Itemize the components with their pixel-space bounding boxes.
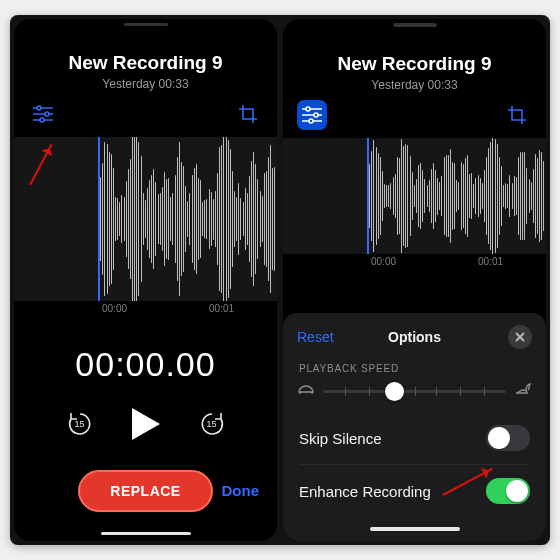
crop-icon <box>238 104 258 124</box>
options-button[interactable] <box>28 99 58 129</box>
svg-point-5 <box>40 118 44 122</box>
slider-knob[interactable] <box>385 382 404 401</box>
notch <box>393 23 437 27</box>
waveform-area[interactable]: 00:00 00:01 00:02 <box>14 137 277 325</box>
home-indicator <box>370 527 460 531</box>
playhead[interactable] <box>367 138 369 254</box>
timeline-tick: 00:00 <box>371 256 396 278</box>
options-sheet: Reset Options PLAYBACK SPEED <box>283 313 546 541</box>
trim-button[interactable] <box>233 99 263 129</box>
skip-forward-button[interactable]: 15 <box>198 410 226 438</box>
recording-subtitle: Yesterday 00:33 <box>14 77 277 91</box>
screen-left: New Recording 9 Yesterday 00:33 <box>14 19 277 541</box>
timeline-tick: 00:01 <box>209 303 234 325</box>
skip-silence-label: Skip Silence <box>299 430 382 447</box>
skip-silence-toggle[interactable] <box>486 425 530 451</box>
svg-point-11 <box>309 119 313 123</box>
title-area: New Recording 9 Yesterday 00:33 <box>14 52 277 91</box>
timeline-tick: 00:01 <box>478 256 503 278</box>
reset-button[interactable]: Reset <box>297 329 334 345</box>
recording-title: New Recording 9 <box>14 52 277 74</box>
sheet-title: Options <box>388 329 441 345</box>
enhance-recording-toggle[interactable] <box>486 478 530 504</box>
elapsed-time: 00:00.00 <box>14 345 277 384</box>
timeline: 00:00 00:01 00:02 <box>283 256 546 278</box>
playback-speed-slider[interactable] <box>323 390 506 393</box>
svg-point-9 <box>314 113 318 117</box>
waveform <box>283 138 546 254</box>
home-indicator <box>101 532 191 535</box>
trim-button[interactable] <box>502 100 532 130</box>
tortoise-icon <box>297 382 315 400</box>
timeline: 00:00 00:01 00:02 <box>14 303 277 325</box>
close-icon <box>515 332 525 342</box>
skip-back-button[interactable]: 15 <box>66 410 94 438</box>
waveform-area[interactable]: 00:00 00:01 00:02 <box>283 138 546 278</box>
sliders-icon <box>32 105 54 123</box>
screen-right: New Recording 9 Yesterday 00:33 <box>283 19 546 541</box>
enhance-recording-row: Enhance Recording <box>283 465 546 517</box>
options-button-active[interactable] <box>297 100 327 130</box>
section-label: PLAYBACK SPEED <box>283 355 546 378</box>
waveform <box>14 137 277 301</box>
skip-silence-row: Skip Silence <box>283 412 546 464</box>
title-area: New Recording 9 Yesterday 00:33 <box>283 53 546 92</box>
timeline-tick: 00:00 <box>102 303 127 325</box>
svg-point-7 <box>306 107 310 111</box>
notch <box>124 23 168 26</box>
play-icon <box>130 406 162 442</box>
replace-button[interactable]: REPLACE <box>78 470 212 512</box>
playhead[interactable] <box>98 137 100 301</box>
enhance-recording-label: Enhance Recording <box>299 483 431 500</box>
svg-point-3 <box>45 112 49 116</box>
svg-point-1 <box>37 106 41 110</box>
recording-title: New Recording 9 <box>283 53 546 75</box>
play-button[interactable] <box>130 406 162 442</box>
done-button[interactable]: Done <box>222 482 260 499</box>
sliders-icon <box>301 106 323 124</box>
close-button[interactable] <box>508 325 532 349</box>
hare-icon <box>514 382 532 400</box>
recording-subtitle: Yesterday 00:33 <box>283 78 546 92</box>
crop-icon <box>507 105 527 125</box>
transport-controls: 15 15 <box>14 406 277 442</box>
